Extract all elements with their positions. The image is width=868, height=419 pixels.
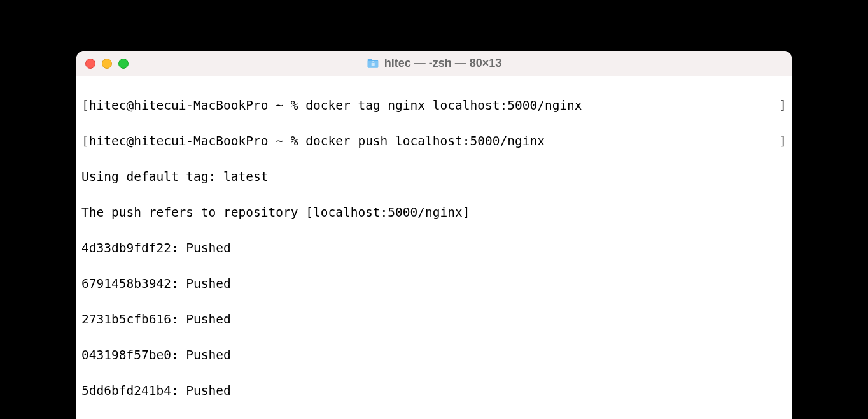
terminal-line: 6791458b3942: Pushed — [81, 275, 787, 293]
terminal-line: Using default tag: latest — [81, 168, 787, 186]
svg-rect-0 — [372, 63, 375, 66]
terminal-body[interactable]: [hitec@hitecui-MacBookPro ~ % docker tag… — [76, 76, 792, 419]
bracket-open: [ — [81, 134, 89, 148]
terminal-line: 043198f57be0: Pushed — [81, 346, 787, 364]
terminal-line: 2731b5cfb616: Pushed — [81, 311, 787, 329]
terminal-line: 4d33db9fdf22: Pushed — [81, 239, 787, 257]
bracket-close: ] — [779, 132, 787, 150]
terminal-window: hitec — -zsh — 80×13 [hitec@hitecui-MacB… — [76, 51, 792, 419]
terminal-text: hitec@hitecui-MacBookPro ~ % docker tag … — [89, 98, 582, 113]
titlebar[interactable]: hitec — -zsh — 80×13 — [76, 51, 792, 76]
folder-icon — [367, 59, 379, 69]
terminal-line: [hitec@hitecui-MacBookPro ~ % docker tag… — [81, 97, 787, 115]
window-title: hitec — -zsh — 80×13 — [384, 57, 502, 70]
traffic-lights — [85, 59, 129, 69]
close-button[interactable] — [85, 59, 95, 69]
terminal-line: The push refers to repository [localhost… — [81, 204, 787, 222]
window-title-container: hitec — -zsh — 80×13 — [367, 57, 502, 70]
maximize-button[interactable] — [118, 59, 129, 69]
minimize-button[interactable] — [102, 59, 112, 69]
terminal-line: 5dd6bfd241b4: Pushed — [81, 382, 787, 400]
terminal-line: [hitec@hitecui-MacBookPro ~ % docker pus… — [81, 132, 787, 150]
bracket-close: ] — [779, 97, 787, 115]
bracket-open: [ — [81, 98, 89, 113]
terminal-text: hitec@hitecui-MacBookPro ~ % docker push… — [89, 134, 545, 148]
